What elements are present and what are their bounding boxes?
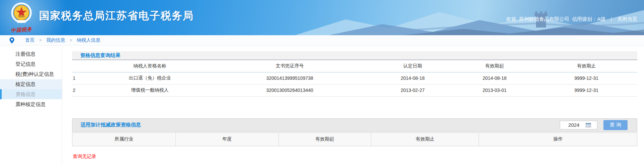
- col-industry: 所属行业: [72, 132, 176, 146]
- valid-from: 2014-08-18: [453, 72, 535, 84]
- row-index: 2: [72, 84, 92, 96]
- policy-qualification-table: 所属行业 年度 有效期起 有效期止 操作: [72, 132, 637, 146]
- section2-title: 适用加计抵减政策资格信息: [80, 122, 141, 128]
- col-document-no: 文书凭证序号: [208, 60, 372, 72]
- policy-qualification-titlebar: 适用加计抵减政策资格信息: [72, 118, 637, 132]
- assess-date: 2013-02-27: [372, 84, 453, 96]
- document-no: 320014139995109738: [208, 72, 372, 84]
- col-valid-to: 有效期止: [536, 60, 637, 72]
- page: 中国税务 国家税务总局江苏省电子税务局 欢迎, 苏州歌德食品有限公司 信用级别：…: [0, 0, 644, 165]
- qualification-results-table: 纳税人资格名称 文书凭证序号 认定日期 有效期起 有效期止 1 出口退（免）税企…: [72, 60, 637, 97]
- assess-date: 2014-08-18: [372, 72, 453, 84]
- site-title: 国家税务总局江苏省电子税务局: [39, 9, 194, 23]
- valid-to: 9999-12-31: [536, 84, 637, 96]
- col-assess-date: 认定日期: [372, 60, 453, 72]
- app-header: 中国税务 国家税务总局江苏省电子税务局 欢迎, 苏州歌德食品有限公司 信用级别：…: [0, 0, 644, 35]
- location-pin-icon: [9, 37, 14, 44]
- row-index: 1: [72, 72, 92, 84]
- table-row: 2 增值税一般纳税人 320013005264013440 2013-02-27…: [72, 84, 637, 96]
- col-valid-to: 有效期止: [371, 132, 479, 146]
- year-input[interactable]: [562, 122, 586, 128]
- qualification-name: 出口退（免）税企业: [92, 72, 208, 84]
- col-qualification-name: 纳税人资格名称: [92, 60, 208, 72]
- col-action: 操作: [479, 132, 637, 146]
- sidebar-item-registration-info[interactable]: 登记信息: [0, 59, 62, 69]
- header-user-bar: 欢迎, 苏州歌德食品有限公司 信用级别：A级 ｜ 关闭当页: [506, 16, 637, 22]
- tax-bureau-logo-icon: [9, 1, 34, 25]
- sidebar-item-assessment-info[interactable]: 核定信息: [0, 79, 62, 89]
- col-year: 年度: [176, 132, 278, 146]
- valid-from: 2013-03-01: [453, 84, 535, 96]
- breadcrumb: 首页 > 我的信息 > 纳税人信息: [0, 35, 644, 46]
- document-no: 320013005264013440: [208, 84, 372, 96]
- breadcrumb-my-info[interactable]: 我的信息: [46, 37, 65, 43]
- col-valid-from: 有效期起: [453, 60, 535, 72]
- main-content: 资格信息查询结果 纳税人资格名称 文书凭证序号 认定日期 有效期起 有效期止: [62, 46, 644, 165]
- table-header-row: 纳税人资格名称 文书凭证序号 认定日期 有效期起 有效期止: [72, 60, 637, 72]
- breadcrumb-home[interactable]: 首页: [25, 37, 35, 43]
- qualification-name: 增值税一般纳税人: [92, 84, 208, 96]
- calendar-icon[interactable]: [586, 123, 591, 127]
- credit-rating-text: 信用级别：A级: [572, 16, 605, 22]
- sidebar-item-invoice-type-info[interactable]: 票种核定信息: [0, 99, 62, 109]
- header-divider: ｜: [608, 16, 614, 22]
- breadcrumb-taxpayer-info[interactable]: 纳税人信息: [77, 37, 100, 43]
- close-page-link[interactable]: 关闭当页: [617, 16, 637, 22]
- valid-to: 9999-12-31: [536, 72, 637, 84]
- sidebar-item-register-info[interactable]: 注册信息: [0, 49, 62, 59]
- qualification-results-titlebar: 资格信息查询结果: [72, 51, 637, 60]
- welcome-company-text: 欢迎, 苏州歌德食品有限公司: [506, 16, 569, 22]
- sidebar-item-qualification-info[interactable]: 资格信息: [0, 89, 62, 99]
- section1-title: 资格信息查询结果: [80, 52, 120, 59]
- year-field-wrapper: [560, 121, 597, 129]
- logo-caption: 中国税务: [10, 25, 50, 34]
- sidebar-menu: 注册信息 登记信息 税(费)种认定信息 核定信息 资格信息 票种核定信息: [0, 46, 62, 165]
- table-row: 1 出口退（免）税企业 320014139995109738 2014-08-1…: [72, 72, 637, 84]
- query-button[interactable]: 查 询: [603, 120, 628, 130]
- table-header-row: 所属行业 年度 有效期起 有效期止 操作: [72, 132, 637, 146]
- sidebar-item-tax-type-info[interactable]: 税(费)种认定信息: [0, 69, 62, 79]
- no-record-message: 查询无记录: [72, 154, 637, 160]
- breadcrumb-separator: >: [70, 38, 72, 43]
- col-index: [72, 60, 92, 72]
- col-valid-from: 有效期起: [278, 132, 371, 146]
- breadcrumb-separator: >: [39, 38, 42, 43]
